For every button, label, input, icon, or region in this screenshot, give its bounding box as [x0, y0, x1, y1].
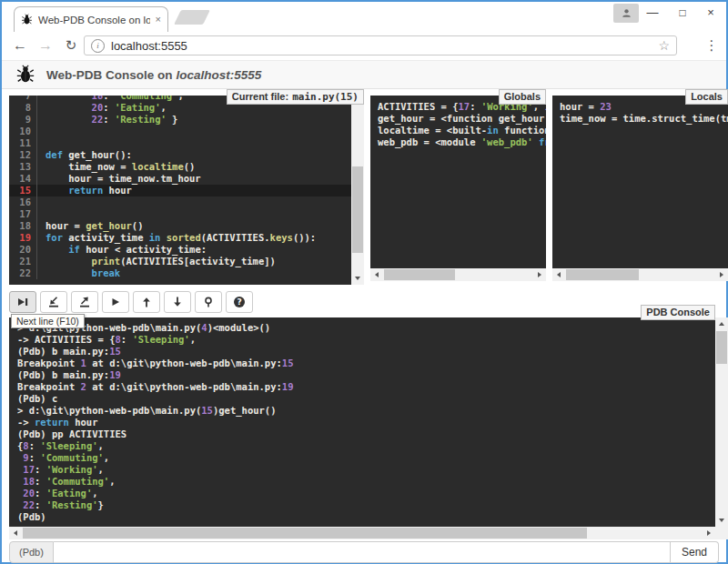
token [46, 96, 92, 101]
scroll-thumb[interactable] [352, 166, 363, 253]
command-input[interactable] [54, 541, 671, 563]
step-into-button[interactable] [40, 291, 67, 313]
console-line: > d:\git\python-web-pdb\main.py(4)<modul… [17, 322, 707, 334]
token: 18 [23, 476, 35, 487]
token: , [190, 334, 196, 345]
code-text: 22: 'Resting' } [37, 114, 177, 126]
token: (Pdb) [17, 511, 46, 522]
code-line-22: 22 break [9, 267, 351, 279]
url-text[interactable]: localhost:5555 [111, 39, 652, 53]
maximize-button[interactable]: □ [669, 2, 696, 24]
code-text [37, 137, 46, 149]
scroll-right-button[interactable] [533, 268, 546, 281]
down-button[interactable] [164, 291, 191, 313]
line-number: 13 [9, 161, 37, 173]
line-number: 7 [9, 96, 37, 102]
info-icon[interactable]: i [91, 39, 105, 53]
pdb-prompt-label: (Pdb) [9, 541, 54, 563]
scroll-left-button[interactable] [9, 527, 22, 539]
tab-close-icon[interactable]: × [156, 15, 161, 25]
token: print [92, 256, 121, 267]
token: def [46, 149, 63, 160]
console-line: (Pdb) b main.py:15 [17, 346, 707, 358]
locals-view: hour = 23time_now = time.struct_time(tm_… [552, 96, 728, 268]
code-line-19: 19for activity_time in sorted(ACTIVITIES… [9, 232, 351, 244]
token: () [132, 220, 144, 231]
current-file-label: Current file:main.py(15) [227, 89, 364, 105]
console-horizontal-scrollbar[interactable] [9, 527, 715, 539]
scroll-right-button[interactable] [715, 268, 728, 281]
breakpoint-line-number: 15 [9, 185, 37, 196]
line-number: 12 [9, 149, 37, 161]
continue-icon [109, 296, 122, 308]
line-number: 8 [9, 102, 37, 114]
token: -> ACTIVITIES = { [17, 334, 115, 345]
code-text: if hour < activity_time: [37, 244, 207, 256]
reload-button[interactable]: ↻ [60, 32, 82, 60]
back-button[interactable]: ← [9, 32, 31, 60]
token: 19 [282, 381, 294, 392]
scroll-thumb[interactable] [384, 269, 455, 280]
scroll-left-button[interactable] [552, 268, 565, 281]
token: , [98, 440, 104, 451]
browser-menu-button[interactable]: ⋮ [703, 32, 721, 60]
send-button[interactable]: Send [671, 541, 719, 563]
return-button[interactable] [71, 291, 98, 313]
token: Breakpoint [17, 358, 81, 368]
scroll-down-button[interactable] [715, 514, 728, 527]
scroll-left-button[interactable] [370, 268, 383, 281]
token: 15 [201, 405, 213, 416]
scroll-thumb[interactable] [716, 331, 727, 364]
token: get_hour [86, 220, 132, 231]
browser-tab[interactable]: Web-PDB Console on lo × [14, 6, 168, 32]
code-vertical-scrollbar[interactable] [351, 96, 364, 285]
address-bar[interactable]: i localhost:5555 ☆ [84, 35, 677, 55]
return-icon [78, 296, 91, 308]
line-number: 11 [9, 137, 37, 149]
new-tab-button[interactable] [174, 10, 210, 25]
line-number: 9 [9, 114, 37, 126]
globals-horizontal-scrollbar[interactable] [370, 268, 546, 281]
help-button[interactable]: ? [226, 291, 253, 313]
next-line-button[interactable] [9, 291, 36, 313]
scroll-up-button[interactable] [715, 317, 728, 330]
code-editor[interactable]: 7 18: 'Commuting',8 20: 'Eating',9 22: '… [9, 96, 351, 285]
token: 15 [109, 346, 121, 357]
tooltip: Next line (F10) [11, 314, 85, 328]
bookmark-star-icon[interactable]: ☆ [658, 38, 670, 53]
code-text: break [37, 267, 120, 279]
scroll-thumb[interactable] [566, 269, 639, 280]
line-number: 16 [9, 196, 37, 208]
forward-button[interactable]: → [35, 32, 56, 60]
globals-line: localtime = <built-in function loca [378, 125, 539, 136]
code-line-21: 21 print(ACTIVITIES[activity_time]) [9, 256, 351, 267]
token: Breakpoint [17, 381, 81, 392]
token [46, 114, 92, 125]
continue-button[interactable] [102, 291, 129, 313]
code-text: print(ACTIVITIES[activity_time]) [37, 256, 276, 267]
token: hour = [560, 101, 600, 112]
console-line: 9: 'Commuting', [17, 452, 707, 464]
profile-button[interactable] [613, 4, 639, 23]
token: 22 [92, 114, 104, 125]
token: 'web_pdb' [481, 136, 533, 147]
scrollbar-corner [715, 527, 728, 539]
scroll-thumb[interactable] [23, 528, 587, 539]
close-button[interactable]: × [697, 2, 724, 24]
tab-title: Web-PDB Console on lo [38, 15, 150, 25]
up-button[interactable] [133, 291, 160, 313]
token: (Pdb) c [17, 393, 57, 404]
code-line-20: 20 if hour < activity_time: [9, 244, 351, 256]
up-icon [140, 296, 153, 308]
console-vertical-scrollbar[interactable] [715, 317, 728, 527]
code-line-15: 15 return hour [9, 185, 351, 196]
token: time_now = time.struct_time(tm_yea [560, 113, 728, 124]
where-button[interactable] [195, 291, 222, 313]
locals-horizontal-scrollbar[interactable] [552, 268, 728, 281]
scroll-right-button[interactable] [703, 527, 715, 539]
minimize-button[interactable]: — [639, 2, 666, 24]
token: () [184, 161, 196, 172]
token: } [98, 499, 104, 510]
scroll-down-button[interactable] [351, 272, 364, 285]
token: , [98, 464, 104, 475]
